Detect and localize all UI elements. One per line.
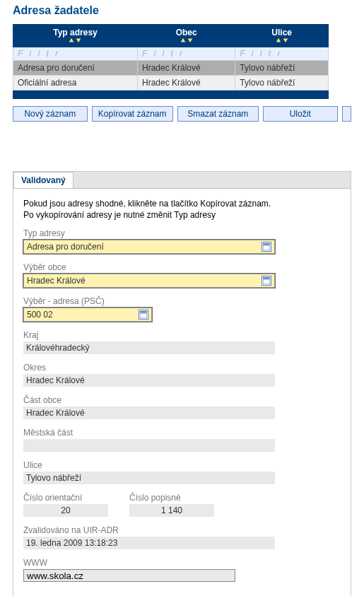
page-title: Adresa žadatele <box>0 0 364 24</box>
filter-cell[interactable]: F i l t r <box>13 47 138 61</box>
table-footer-bar <box>13 90 329 99</box>
vyber-adresa-select[interactable]: 500 02 <box>23 308 152 322</box>
picker-icon[interactable] <box>262 242 271 252</box>
svg-rect-8 <box>263 277 270 279</box>
info-text: Pokud jsou adresy shodné, klikněte na tl… <box>23 199 341 209</box>
sort-icon[interactable] <box>240 37 324 44</box>
label-mestska-cast: Městská část <box>23 428 341 438</box>
svg-marker-3 <box>187 39 192 43</box>
okres-value: Hradec Králové <box>23 374 275 387</box>
kraj-value: Královéhradecký <box>23 341 275 354</box>
filter-cell[interactable]: F i l t r <box>235 47 329 61</box>
delete-record-button[interactable]: Smazat záznam <box>177 106 259 122</box>
col-header-ulice[interactable]: Ulice <box>235 25 329 47</box>
filter-cell[interactable]: F i l t r <box>137 47 235 61</box>
col-header-obec[interactable]: Obec <box>137 25 235 47</box>
www-input[interactable] <box>23 569 235 582</box>
svg-rect-6 <box>263 243 270 245</box>
vyber-obce-value: Hradec Králové <box>27 276 86 286</box>
label-zvalidovano: Zvalidováno na UIR-ADR <box>23 525 341 535</box>
label-kraj: Kraj <box>23 330 341 340</box>
zvalidovano-value: 19. ledna 2009 13:18:23 <box>23 537 275 549</box>
svg-rect-11 <box>140 313 147 318</box>
cell-obec: Hradec Králové <box>137 61 235 76</box>
cislo-orientacni-value: 20 <box>23 504 108 517</box>
svg-marker-4 <box>276 38 280 42</box>
picker-icon[interactable] <box>139 310 148 320</box>
svg-rect-10 <box>140 311 147 312</box>
svg-marker-0 <box>69 38 74 42</box>
tab-validated[interactable]: Validovaný <box>13 172 74 189</box>
cell-typ: Oficiální adresa <box>13 76 138 90</box>
label-vyber-adresa: Výběr - adresa (PSČ) <box>23 296 341 306</box>
cell-ulice: Tylovo nábřeží <box>235 61 329 76</box>
table-row[interactable]: Oficiální adresa Hradec Králové Tylovo n… <box>13 76 329 90</box>
label-cislo-popisne: Číslo popisné <box>129 493 214 503</box>
label-typ-adresy: Typ adresy <box>23 228 341 238</box>
sort-icon[interactable] <box>142 37 230 44</box>
table-row[interactable]: Adresa pro doručení Hradec Králové Tylov… <box>13 61 329 76</box>
label-cast-obce: Část obce <box>23 395 341 405</box>
typ-adresy-select[interactable]: Adresa pro doručení <box>23 240 275 254</box>
overflow-button[interactable] <box>342 106 352 122</box>
tab-strip-filler <box>74 172 351 189</box>
label-okres: Okres <box>23 363 341 373</box>
svg-rect-7 <box>263 245 270 250</box>
mestska-cast-value <box>23 439 275 452</box>
info-text: Po vykopírování adresy je nutné změnit T… <box>23 210 341 220</box>
cislo-popisne-value: 1 140 <box>129 504 214 517</box>
cell-obec: Hradec Králové <box>137 76 235 90</box>
sort-icon[interactable] <box>18 37 133 44</box>
vyber-obce-select[interactable]: Hradec Králové <box>23 274 275 288</box>
label-www: WWW <box>23 558 341 568</box>
save-button[interactable]: Uložit <box>263 106 338 122</box>
ulice-value: Tylovo nábřeží <box>23 472 275 484</box>
col-header-typ[interactable]: Typ adresy <box>13 25 138 47</box>
address-table: Typ adresy Obec <box>13 24 329 90</box>
label-cislo-orientacni: Číslo orientační <box>23 493 108 503</box>
svg-rect-9 <box>263 279 270 284</box>
col-header-label: Obec <box>176 28 197 37</box>
label-vyber-obce: Výběr obce <box>23 262 341 272</box>
col-header-label: Typ adresy <box>53 28 97 37</box>
label-ulice: Ulice <box>23 460 341 470</box>
svg-marker-1 <box>76 39 81 43</box>
picker-icon[interactable] <box>262 276 271 286</box>
svg-marker-2 <box>180 38 184 42</box>
vyber-adresa-value: 500 02 <box>27 310 53 320</box>
copy-record-button[interactable]: Kopírovat záznam <box>92 106 173 122</box>
cell-typ: Adresa pro doručení <box>13 61 138 76</box>
new-record-button[interactable]: Nový záznam <box>13 106 88 122</box>
typ-adresy-value: Adresa pro doručení <box>27 242 104 252</box>
col-header-label: Ulice <box>271 28 292 37</box>
cast-obce-value: Hradec Králové <box>23 407 275 419</box>
cell-ulice: Tylovo nábřeží <box>235 76 329 90</box>
svg-marker-5 <box>283 39 287 43</box>
